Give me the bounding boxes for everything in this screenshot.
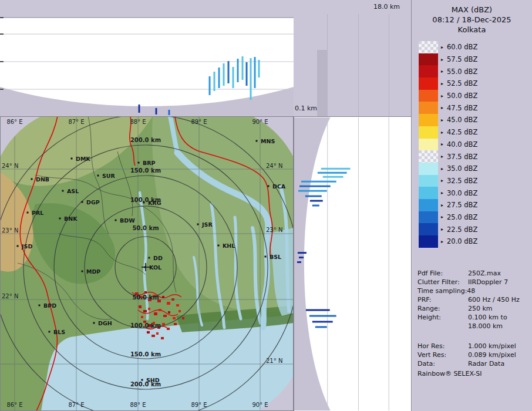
range-ring-label: 150.0 km [130, 351, 161, 358]
legend-scale-row: ▸32.5 dBZ [419, 175, 477, 187]
echo-height-bar [250, 58, 252, 100]
echo-height-bar [298, 190, 327, 192]
info-value: Radar Data [468, 360, 530, 369]
scale-value-label: 37.5 dBZ [447, 153, 477, 161]
scale-value-label: 32.5 dBZ [447, 177, 477, 185]
legend-scale-row: ▸55.0 dBZ [419, 65, 477, 78]
info-row: Hor Res:1.000 km/pixel [417, 342, 530, 351]
station-label: SUR [102, 173, 116, 179]
station-dot [218, 245, 220, 247]
legend-scale-row: ▸45.0 dBZ [419, 114, 477, 126]
station-label: DGH [98, 320, 112, 326]
scale-tick-icon: ▸ [441, 239, 446, 244]
scale-value-label: 45.0 dBZ [447, 116, 477, 124]
legend-scale-row: ▸57.5 dBZ [419, 53, 477, 66]
legend-scale-row: ▸42.5 dBZ [419, 126, 477, 139]
scale-tick-icon: ▸ [441, 214, 446, 220]
info-label: Vert Res: [417, 351, 468, 360]
station-dot [59, 218, 61, 220]
range-ring-label: 50.0 km [132, 294, 159, 301]
legend-scale-row: ▸37.5 dBZ [419, 150, 477, 163]
station-dot [97, 175, 99, 177]
radar-echo-cell [163, 315, 167, 317]
echo-height-bar [258, 60, 260, 78]
station-label: DCA [272, 183, 286, 190]
height-profile-top-panel [0, 0, 294, 116]
scale-tick-icon: ▸ [441, 69, 446, 74]
echo-height-bar [246, 62, 248, 86]
scale-tick-icon: ▸ [441, 45, 446, 50]
scale-value-label: 27.5 dBZ [447, 201, 477, 209]
station-dot [138, 162, 140, 164]
station-dot [144, 267, 146, 268]
scale-tick-icon: ▸ [441, 203, 446, 208]
longitude-label: 87° E [68, 402, 84, 408]
scale-value-label: 52.5 dBZ [447, 79, 477, 87]
station-label: PRL [32, 210, 43, 216]
range-ring-label: 100.0 km [130, 322, 161, 329]
station-label: MDP [86, 268, 100, 275]
scale-tick-icon: ▸ [441, 81, 446, 86]
echo-height-bar [323, 176, 344, 178]
height-profile-side-panel [294, 116, 411, 411]
info-row: Range:250 km [417, 305, 530, 314]
top-panel-margin [0, 0, 294, 18]
info-row: Height:0.100 km to [417, 314, 530, 322]
station-label: BSL [270, 254, 281, 260]
echo-height-bar [312, 205, 319, 207]
legend-scale-row: ▸30.0 dBZ [419, 187, 477, 199]
station-dot [62, 190, 64, 192]
scale-value-label: 25.0 dBZ [447, 213, 477, 221]
info-value: 1.000 km/pixel [468, 342, 530, 351]
scale-value-label: 47.5 dBZ [447, 104, 477, 112]
info-label: Pdf File: [417, 269, 468, 278]
radar-echo-cell [141, 316, 143, 318]
radar-echo-cell [161, 337, 164, 339]
info-label: Range: [417, 305, 468, 314]
radar-echo-cell [156, 332, 159, 335]
info-label: Data: [417, 360, 468, 369]
echo-height-bar [254, 57, 256, 88]
longitude-label: 86° E [6, 402, 22, 408]
station-label: BDW [120, 217, 135, 224]
echo-height-bar [299, 186, 331, 187]
radar-echo-cell [139, 305, 142, 308]
info-value: 0.100 km to [468, 314, 530, 322]
station-dot [197, 224, 199, 225]
scale-color-swatch [419, 90, 438, 102]
station-dot [82, 201, 83, 203]
station-dot [31, 178, 33, 180]
echo-height-bar [298, 252, 307, 254]
info-value: 600 Hz / 450 Hz [468, 296, 530, 305]
legend-scale-row: ▸20.0 dBZ [419, 235, 477, 248]
scale-color-swatch [419, 199, 438, 211]
info-row: Vert Res:0.089 km/pixel [417, 351, 530, 360]
info-value: IIRDoppler 7 [468, 278, 530, 287]
scale-color-swatch [419, 139, 438, 151]
legend-scale-row: ▸47.5 dBZ [419, 102, 477, 114]
info-row: 18.000 km [417, 322, 530, 331]
legend-scale-row: ▸50.0 dBZ [419, 90, 477, 102]
radar-map: 200.0 km150.0 km100.0 km50.0 km50.0 km10… [0, 116, 294, 411]
software-credit: Rainbow® SELEX-SI [417, 370, 482, 378]
scale-tick-icon: ▸ [441, 130, 446, 135]
echo-height-bar [218, 68, 220, 88]
station-dot [17, 245, 19, 247]
station-label: DNB [36, 176, 49, 183]
scale-color-swatch [419, 175, 438, 187]
radar-echo-cell [162, 296, 164, 298]
scale-color-swatch [419, 150, 438, 163]
station-dot [149, 257, 150, 259]
longitude-label: 88° E [130, 119, 146, 125]
station-dot [39, 305, 41, 306]
echo-height-bar [156, 108, 157, 114]
radar-echo-cell [179, 310, 181, 312]
radar-echo-cell [173, 317, 176, 319]
legend-panel: MAX (dBZ) 08:12 / 18-Dec-2025 Kolkata ▸6… [411, 0, 532, 411]
legend-header: MAX (dBZ) 08:12 / 18-Dec-2025 Kolkata [412, 5, 532, 35]
scale-value-label: 30.0 dBZ [447, 189, 477, 197]
range-ring-label: 50.0 km [132, 225, 159, 231]
info-row: Time sampling:48 [417, 287, 530, 296]
echo-height-bar [228, 61, 230, 83]
legend-scale-row: ▸27.5 dBZ [419, 199, 477, 211]
